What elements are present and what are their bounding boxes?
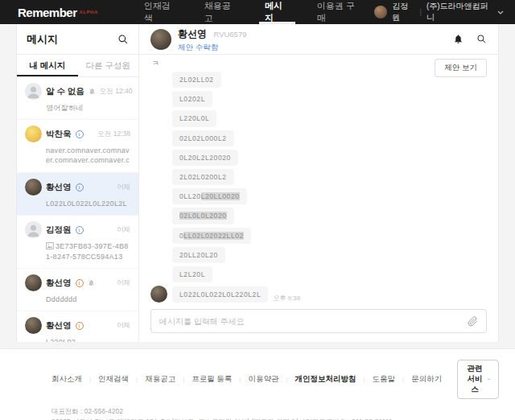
message-bubble: 0LL20L20LL0020	[172, 188, 247, 204]
footer-link[interactable]: 프로필 등록	[184, 374, 239, 385]
message-input[interactable]	[159, 317, 468, 326]
conversation-time: 어제	[117, 225, 130, 235]
nav-item-talent-search[interactable]: 인재검색	[130, 0, 191, 24]
chat-header: 황선영 RVU6579 제안 수락함	[139, 24, 498, 55]
muted-bell-icon	[89, 88, 96, 95]
message-row: 02L02L000L2	[172, 130, 487, 146]
message-bubble: L2L20L	[172, 266, 212, 282]
conversation-item[interactable]: 황선영 i 어제 Ddddddd	[17, 269, 138, 311]
divider: |	[420, 8, 422, 16]
conversation-avatar	[25, 83, 42, 100]
message-row: L022L0L022L0L220L2L 오후 9:38	[150, 286, 487, 303]
chat-partner-avatar	[150, 29, 171, 50]
remember-logo[interactable]: Remember	[18, 6, 77, 19]
footer-link[interactable]: 회사소개	[52, 374, 89, 385]
message-bubble: 20LL20L20	[172, 247, 225, 263]
conversation-name: 황선영	[46, 320, 72, 331]
footer-link[interactable]: 문의하기	[404, 374, 449, 385]
message-row: 0LL02L02022LL02	[172, 228, 487, 244]
conversation-name: 황선영	[46, 182, 72, 193]
company-name: (주)드라마앤컴퍼니	[426, 1, 492, 23]
message-bubble: L0202L	[172, 91, 212, 107]
main-content: 메시지 내 메시지 다른 구성원 알 수 없음 오전 12:40 영어잘하네 박…	[16, 24, 499, 342]
chevron-down-icon	[497, 10, 504, 14]
conversation-item[interactable]: 황선영 i 어제 L220L02	[17, 311, 138, 342]
conversation-item[interactable]: 알 수 없음 오전 12:40 영어잘하네	[17, 77, 138, 120]
sidebar-header: 메시지	[17, 24, 138, 55]
conversation-preview: Ddddddd	[46, 294, 130, 304]
message-bubble: L220L0L	[172, 110, 216, 126]
footer-link[interactable]: 인재검색	[91, 374, 136, 385]
topbar-user-menu[interactable]: 김정원 | (주)드라마앤컴퍼니	[374, 1, 504, 23]
chat-area: 황선영 RVU6579 제안 수락함 제안 보기 ㅋ 2L02LL02	[139, 24, 498, 342]
notification-bell-icon[interactable]	[453, 34, 464, 44]
footer: 회사소개|인재검색|채용공고|프로필 등록|이용약관|개인정보처리방침|도움말|…	[0, 348, 515, 420]
footer-link[interactable]: 채용공고	[138, 374, 183, 385]
search-icon[interactable]	[117, 34, 129, 45]
conversation-time: 어제	[117, 321, 130, 331]
message-row: 0LL20L20LL0020	[172, 188, 487, 204]
message-row: L0202L	[172, 91, 487, 107]
nav-item-job-postings[interactable]: 채용공고	[191, 0, 251, 24]
conversation-sidebar: 메시지 내 메시지 다른 구성원 알 수 없음 오전 12:40 영어잘하네 박…	[17, 24, 139, 342]
conversation-avatar	[25, 274, 42, 291]
offer-status: 제안 수락함	[178, 43, 246, 53]
conversation-time: 오전 12:38	[97, 130, 130, 139]
sidebar-title: 메시지	[27, 32, 58, 47]
message-bubble: 0LL02L02022LL02	[172, 228, 251, 244]
message-time: 오후 9:38	[273, 294, 300, 303]
chevron-down-icon	[488, 377, 490, 381]
footer-link[interactable]: 개인정보처리방침	[288, 374, 364, 385]
footer-links-row: 회사소개|인재검색|채용공고|프로필 등록|이용약관|개인정보처리방침|도움말|…	[52, 360, 499, 399]
nav-item-messages[interactable]: 메시지	[251, 0, 303, 24]
message-input-wrapper	[150, 309, 487, 333]
related-services-button[interactable]: 관련서비스	[457, 360, 499, 399]
message-bubble: 2L02L0200L2	[172, 169, 234, 185]
conversation-name: 김정원	[46, 224, 72, 236]
message-row: 0L20L2L20020	[172, 150, 487, 166]
conversation-time: 오전 12:40	[100, 87, 133, 97]
conversation-avatar	[25, 126, 42, 142]
conversation-preview: naver.comnaver.comnaver.comnaver.comnave…	[46, 146, 130, 166]
footer-link[interactable]: 이용약관	[241, 374, 286, 385]
conversation-preview: L220L02	[46, 337, 130, 342]
conversation-preview: L022L0L022L0L220L2L	[46, 199, 130, 208]
conversation-item[interactable]: 황선영 i 어제 L022L0L022L0L220L2L	[17, 173, 138, 216]
message-row: L2L20L	[172, 266, 487, 282]
image-attachment-icon	[46, 243, 54, 251]
conversation-avatar	[25, 317, 42, 334]
conversation-item[interactable]: 김정원 i 어제 3E73FB83-397E-4B81-8247-578CC59…	[17, 216, 138, 269]
attach-file-icon[interactable]	[468, 316, 478, 327]
chat-partner-name: 황선영	[178, 28, 207, 39]
conversation-item[interactable]: 박찬욱 i 오전 12:38 naver.comnaver.comnaver.c…	[17, 120, 138, 173]
nav-item-purchase-pass[interactable]: 이용권 구매	[303, 0, 374, 24]
conversation-time: 어제	[117, 278, 130, 288]
message-list: 2L02LL02 L0202L L220L0L 02L02L000L2 0L20…	[150, 72, 487, 303]
sidebar-tabs: 내 메시지 다른 구성원	[17, 55, 138, 77]
message-row: 02L0L0L2020	[172, 208, 487, 224]
message-row: 2L02L0200L2	[172, 169, 487, 185]
footer-fineprint: 대표전화 : 02-556-420206235 서울시 강남구 테헤란로 134…	[52, 406, 499, 420]
footer-links: 회사소개|인재검색|채용공고|프로필 등록|이용약관|개인정보처리방침|도움말|…	[52, 374, 449, 385]
tab-my-messages[interactable]: 내 메시지	[17, 55, 78, 76]
info-badge-icon: i	[76, 279, 84, 287]
footer-link[interactable]: 도움말	[365, 374, 403, 385]
info-badge-icon: i	[76, 130, 84, 138]
info-badge-icon: i	[76, 183, 84, 191]
user-avatar	[374, 6, 387, 19]
message-bubble: L022L0L022L0L220L2L	[172, 286, 268, 303]
message-bubble: 02L0L0L2020	[172, 208, 234, 224]
main-nav: 인재검색채용공고메시지이용권 구매	[130, 0, 374, 24]
conversation-preview: 영어잘하네	[46, 103, 130, 113]
message-row: L220L0L	[172, 110, 487, 126]
message-row: 20LL20L20	[172, 247, 487, 263]
search-in-chat-icon[interactable]	[476, 34, 487, 44]
view-offer-button[interactable]: 제안 보기	[435, 59, 487, 77]
message-avatar	[150, 286, 167, 303]
conversation-time: 어제	[117, 183, 130, 192]
tab-other-members[interactable]: 다른 구성원	[78, 55, 139, 76]
related-services-label: 관련서비스	[466, 364, 484, 395]
conversation-list: 알 수 없음 오전 12:40 영어잘하네 박찬욱 i 오전 12:38 nav…	[17, 77, 138, 342]
message-bubble: 2L02LL02	[172, 72, 221, 88]
conversation-avatar	[25, 221, 42, 238]
